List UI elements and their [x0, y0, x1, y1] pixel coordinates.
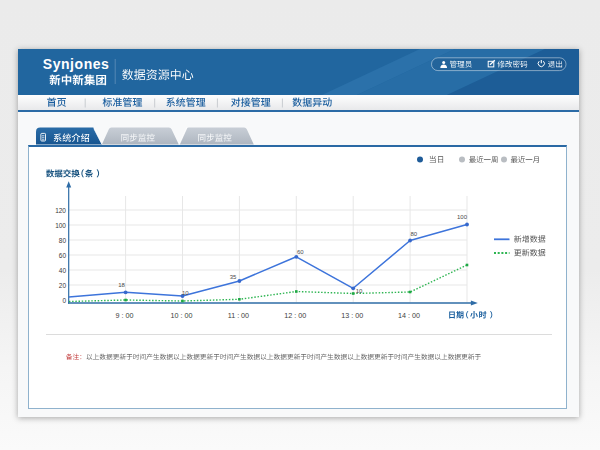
svg-text:13 : 00: 13 : 00 — [341, 311, 363, 320]
svg-text:10: 10 — [182, 290, 189, 296]
svg-text:100: 100 — [457, 214, 468, 220]
svg-text:120: 120 — [55, 207, 66, 214]
svg-text:10 : 00: 10 : 00 — [171, 311, 193, 320]
svg-text:Synjones: Synjones — [43, 56, 110, 72]
svg-text:11 : 00: 11 : 00 — [228, 311, 249, 320]
svg-text:60: 60 — [59, 252, 67, 259]
svg-text:35: 35 — [230, 274, 237, 280]
svg-text:40: 40 — [59, 267, 67, 274]
svg-text:60: 60 — [297, 249, 304, 255]
svg-text:12 : 00: 12 : 00 — [284, 311, 306, 320]
svg-text:0: 0 — [62, 297, 66, 304]
svg-text:20: 20 — [59, 282, 67, 289]
svg-text:14 : 00: 14 : 00 — [398, 311, 420, 320]
svg-text:18: 18 — [118, 282, 125, 288]
svg-text:9 : 00: 9 : 00 — [116, 311, 134, 320]
svg-text:10: 10 — [356, 288, 363, 294]
svg-text:100: 100 — [55, 222, 66, 229]
svg-text:80: 80 — [410, 231, 417, 237]
svg-text:80: 80 — [59, 237, 67, 244]
